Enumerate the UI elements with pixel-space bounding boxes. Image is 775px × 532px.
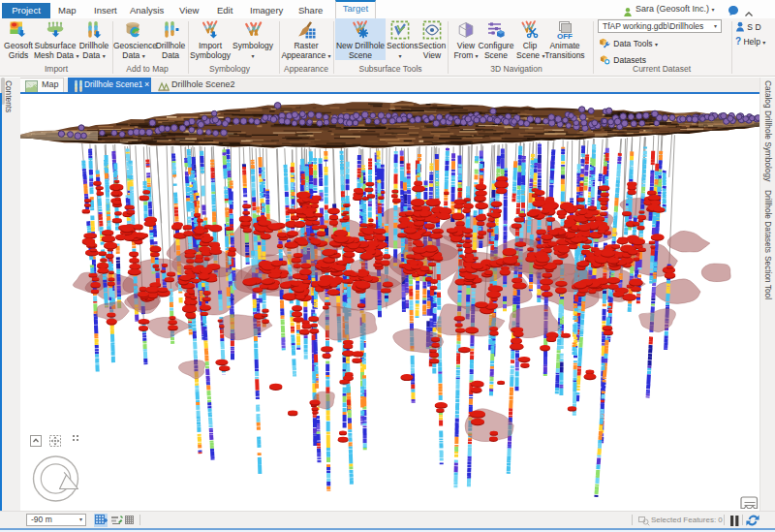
svg-text:OFF: OFF: [557, 32, 573, 41]
